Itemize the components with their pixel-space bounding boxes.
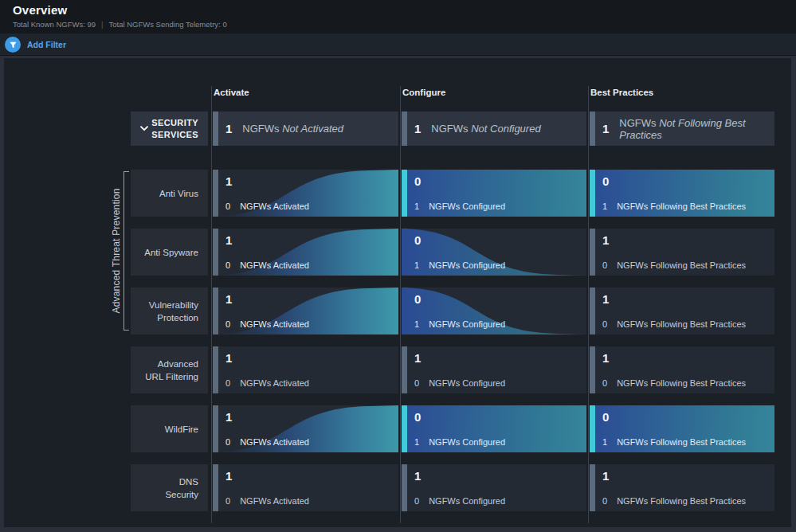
row-label-vulnerability-protection: Vulnerability Protection xyxy=(131,288,208,334)
funnel-icon xyxy=(9,41,18,49)
cell-footer: 0NGFWs Following Best Practices xyxy=(602,496,746,506)
title-bar: Overview Total Known NGFWs: 99 | Total N… xyxy=(0,0,796,33)
cell-footer: 0NGFWs Following Best Practices xyxy=(602,319,746,329)
cell-count: 1 xyxy=(225,233,232,247)
cell-footer: 1NGFWs Configured xyxy=(414,319,505,329)
cell-anti-virus-configure: 0 1NGFWs Configured xyxy=(402,170,586,217)
cell-count: 1 xyxy=(225,174,232,188)
page-title: Overview xyxy=(13,3,67,17)
column-divider xyxy=(211,86,212,523)
cell-footer: 0NGFWs Configured xyxy=(414,378,505,388)
cell-footer: 1NGFWs Configured xyxy=(414,260,505,270)
cell-anti-spyware-best-practices: 1 0NGFWs Following Best Practices xyxy=(590,229,774,276)
cell-footer: 0NGFWs Activated xyxy=(225,319,309,329)
cell-advanced-url-filtering-configure: 1 0NGFWs Configured xyxy=(402,346,586,393)
cell-accent-bar xyxy=(590,111,595,146)
cell-accent-bar xyxy=(590,229,595,276)
row-label-advanced-url-filtering: Advanced URL Filtering xyxy=(131,346,208,393)
cell-accent-bar xyxy=(402,170,407,217)
cell-wildfire-configure: 0 1NGFWs Configured xyxy=(402,405,586,452)
ngfw-summary: Total Known NGFWs: 99 | Total NGFWs Send… xyxy=(13,20,227,29)
cell-footer: 1NGFWs Following Best Practices xyxy=(602,201,746,211)
cell-accent-bar xyxy=(402,464,407,511)
cell-footer: 1NGFWs Configured xyxy=(414,201,505,211)
cell-count: 1 xyxy=(225,351,232,365)
cell-accent-bar xyxy=(213,346,218,393)
overview-dashboard: Overview Total Known NGFWs: 99 | Total N… xyxy=(0,0,796,532)
cell-footer: 0NGFWs Activated xyxy=(225,260,309,270)
column-header-best-practices: Best Practices xyxy=(590,88,653,97)
cell-accent-bar xyxy=(590,464,595,511)
summary-cell-not-activated: 1 NGFWs Not Activated xyxy=(213,111,398,146)
summary-cell-not-configured: 1 NGFWs Not Configured xyxy=(402,111,586,146)
cell-count: 0 xyxy=(602,410,609,424)
cell-count: 0 xyxy=(414,233,421,247)
cell-wildfire-activate: 1 0NGFWs Activated xyxy=(213,405,398,452)
add-filter-button[interactable]: Add Filter xyxy=(27,40,66,49)
cell-vulnerability-protection-activate: 1 0NGFWs Activated xyxy=(213,288,398,334)
cell-count: 1 xyxy=(414,351,421,365)
cell-anti-spyware-configure: 0 1NGFWs Configured xyxy=(402,229,586,276)
cell-accent-bar xyxy=(213,111,218,146)
category-label-advanced-threat-prevention: Advanced Threat Prevention xyxy=(111,131,124,370)
filter-bar: Add Filter xyxy=(0,33,796,56)
cell-count: 1 xyxy=(602,351,609,365)
cell-advanced-url-filtering-best-practices: 1 0NGFWs Following Best Practices xyxy=(590,346,774,393)
cell-footer: 0NGFWs Activated xyxy=(225,437,309,447)
summary-label: NGFWs Not Configured xyxy=(431,123,540,135)
cell-accent-bar xyxy=(213,464,218,511)
cell-footer: 1NGFWs Configured xyxy=(414,437,505,447)
cell-footer: 0NGFWs Activated xyxy=(225,496,309,506)
group-header-security-services[interactable]: SECURITY SERVICES xyxy=(131,111,208,146)
summary-count: 1 xyxy=(414,122,421,135)
category-bracket xyxy=(124,171,129,331)
cell-footer: 0NGFWs Configured xyxy=(414,496,505,506)
cell-count: 0 xyxy=(602,174,609,188)
row-label-wildfire: WildFire xyxy=(131,405,208,452)
summary-label: NGFWs Not Activated xyxy=(242,123,343,135)
row-label-anti-spyware: Anti Spyware xyxy=(131,229,208,276)
cell-count: 1 xyxy=(602,469,609,483)
cell-accent-bar xyxy=(402,111,407,146)
total-known-ngfws: Total Known NGFWs: 99 xyxy=(13,20,96,29)
cell-dns-security-best-practices: 1 0NGFWs Following Best Practices xyxy=(590,464,774,511)
cell-dns-security-activate: 1 0NGFWs Activated xyxy=(213,464,398,511)
column-header-configure: Configure xyxy=(402,88,445,97)
cell-count: 0 xyxy=(414,410,421,424)
cell-dns-security-configure: 1 0NGFWs Configured xyxy=(402,464,586,511)
group-title-line2: SERVICES xyxy=(151,129,198,141)
cell-accent-bar xyxy=(590,405,595,452)
cell-accent-bar xyxy=(590,346,595,393)
row-label-dns-security: DNS Security xyxy=(131,464,208,511)
cell-advanced-url-filtering-activate: 1 0NGFWs Activated xyxy=(213,346,398,393)
summary-count: 1 xyxy=(602,122,609,135)
cell-accent-bar xyxy=(402,405,407,452)
security-services-table: Activate Configure Best Practices SECURI… xyxy=(4,58,791,527)
cell-anti-virus-best-practices: 0 1NGFWs Following Best Practices xyxy=(590,170,774,217)
chevron-down-icon[interactable] xyxy=(140,126,148,131)
filter-button[interactable] xyxy=(5,37,21,53)
cell-anti-spyware-activate: 1 0NGFWs Activated xyxy=(213,229,398,276)
cell-footer: 1NGFWs Following Best Practices xyxy=(602,437,746,447)
cell-vulnerability-protection-configure: 0 1NGFWs Configured xyxy=(402,288,586,334)
cell-accent-bar xyxy=(402,346,407,393)
cell-count: 1 xyxy=(225,292,232,306)
cell-count: 1 xyxy=(602,292,609,306)
summary-count: 1 xyxy=(225,122,232,135)
cell-accent-bar xyxy=(590,170,595,217)
cell-count: 0 xyxy=(414,292,421,306)
group-title-line1: SECURITY xyxy=(151,117,198,129)
cell-count: 0 xyxy=(414,174,421,188)
cell-anti-virus-activate: 1 0NGFWs Activated xyxy=(213,170,398,217)
row-label-anti-virus: Anti Virus xyxy=(131,170,208,217)
cell-count: 1 xyxy=(602,233,609,247)
cell-footer: 0NGFWs Activated xyxy=(225,201,309,211)
cell-count: 1 xyxy=(225,469,232,483)
cell-accent-bar xyxy=(590,288,595,334)
column-divider xyxy=(400,86,401,523)
cell-count: 1 xyxy=(225,410,232,424)
column-divider xyxy=(588,86,589,523)
column-header-activate: Activate xyxy=(214,88,249,97)
summary-label: NGFWs Not Following Best Practices xyxy=(619,117,774,141)
summary-cell-not-best-practices: 1 NGFWs Not Following Best Practices xyxy=(590,111,774,146)
